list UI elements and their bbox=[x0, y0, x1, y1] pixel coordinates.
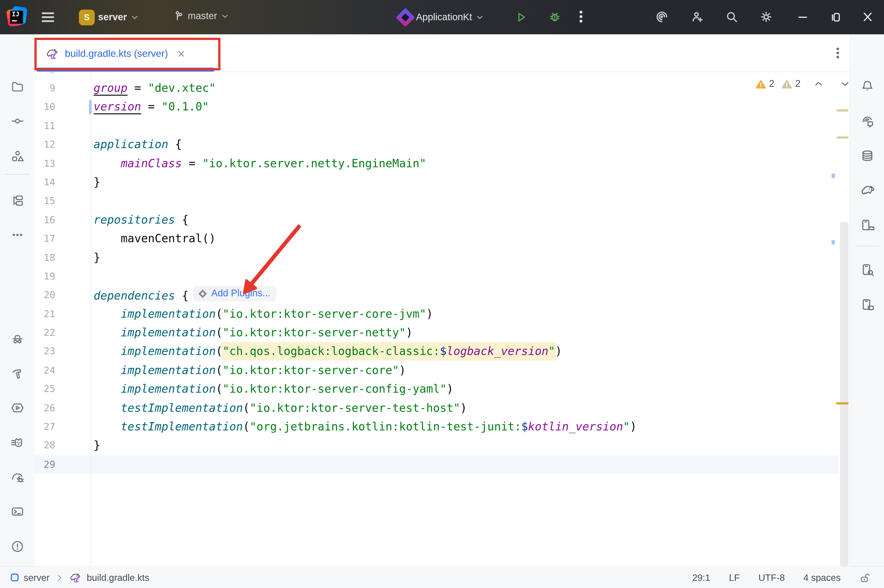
tool-window-hierarchy-button[interactable] bbox=[7, 190, 28, 211]
line-number[interactable]: 21 bbox=[34, 304, 55, 324]
unlocked-padlock-icon[interactable] bbox=[859, 572, 870, 583]
line-number[interactable]: 15 bbox=[34, 192, 55, 210]
line-number[interactable]: 28 bbox=[34, 436, 55, 455]
run-button[interactable] bbox=[515, 11, 528, 24]
more-actions-button[interactable] bbox=[580, 9, 582, 24]
add-user-button[interactable] bbox=[691, 10, 704, 24]
run-configuration-widget[interactable]: ApplicationKt bbox=[398, 10, 485, 25]
device-explorer-button[interactable] bbox=[857, 259, 878, 280]
code-editor[interactable]: 89group = "dev.xtec"10version = "0.1.0"1… bbox=[34, 72, 838, 566]
inspections-widget[interactable]: 2 2 bbox=[756, 78, 851, 90]
code-line-26[interactable]: 26 testImplementation("io.ktor:ktor-serv… bbox=[34, 399, 838, 417]
line-number[interactable]: 19 bbox=[34, 267, 55, 286]
indent-widget[interactable]: 4 spaces bbox=[803, 572, 841, 583]
code-line-28[interactable]: 28} bbox=[34, 436, 838, 455]
tool-window-terminal-button[interactable] bbox=[7, 501, 28, 522]
code-line-22[interactable]: 22 implementation("io.ktor:ktor-server-n… bbox=[34, 324, 838, 342]
code-line-12[interactable]: 12application { bbox=[34, 135, 838, 154]
code-text: } bbox=[94, 248, 101, 267]
tool-window-services-button[interactable] bbox=[7, 398, 28, 418]
notifications-button[interactable] bbox=[857, 76, 878, 97]
code-line-19[interactable]: 19 bbox=[34, 267, 838, 286]
left-tool-window-bar bbox=[0, 34, 35, 566]
maximize-button[interactable] bbox=[829, 10, 842, 24]
line-number[interactable]: 27 bbox=[34, 417, 55, 436]
code-line-23[interactable]: 23 implementation("ch.qos.logback:logbac… bbox=[34, 342, 838, 361]
code-line-27[interactable]: 27 testImplementation("org.jetbrains.kot… bbox=[34, 417, 838, 436]
code-line-10[interactable]: 10version = "0.1.0" bbox=[34, 98, 838, 117]
gradle-tool-button[interactable] bbox=[857, 180, 878, 201]
running-devices-button[interactable] bbox=[857, 294, 878, 315]
git-branch-widget[interactable]: master bbox=[173, 10, 229, 22]
settings-button[interactable] bbox=[759, 10, 773, 24]
line-number[interactable]: 9 bbox=[34, 79, 55, 98]
device-manager-button[interactable] bbox=[857, 214, 878, 236]
main-menu-button[interactable] bbox=[42, 10, 54, 24]
editor-scrollbar-stripe[interactable] bbox=[839, 72, 850, 566]
code-line-16[interactable]: 16repositories { bbox=[34, 210, 838, 230]
line-number[interactable]: 13 bbox=[34, 154, 55, 173]
code-line-17[interactable]: 17 mavenCentral() bbox=[34, 230, 838, 248]
line-number[interactable]: 10 bbox=[34, 98, 55, 117]
breadcrumb-module[interactable]: server bbox=[24, 572, 50, 583]
line-number[interactable]: 18 bbox=[34, 248, 55, 267]
tool-window-problems-button[interactable] bbox=[7, 536, 28, 557]
code-line-20[interactable]: 20dependencies {Add Plugins... bbox=[34, 286, 838, 304]
warnings-group[interactable]: 2 bbox=[756, 78, 774, 90]
line-number[interactable]: 16 bbox=[34, 210, 55, 230]
line-number[interactable]: 8 bbox=[34, 72, 55, 79]
tab-options-button[interactable] bbox=[828, 43, 848, 63]
line-number[interactable]: 22 bbox=[34, 324, 55, 342]
close-button[interactable] bbox=[861, 10, 875, 24]
debug-bug-icon bbox=[548, 10, 561, 24]
weak-warnings-group[interactable]: 2 bbox=[782, 78, 800, 90]
add-plugins-inlay-hint[interactable]: Add Plugins... bbox=[193, 286, 276, 302]
ai-assistant-tool-button[interactable] bbox=[857, 111, 878, 132]
code-line-25[interactable]: 25 implementation("io.ktor:ktor-server-c… bbox=[34, 380, 838, 399]
code-line-18[interactable]: 18} bbox=[34, 248, 838, 267]
code-line-29[interactable]: 29 bbox=[34, 455, 838, 474]
line-number[interactable]: 11 bbox=[34, 116, 55, 135]
tool-window-project-button[interactable] bbox=[7, 76, 28, 97]
minimize-button[interactable] bbox=[796, 10, 810, 24]
tool-window-incognito-button[interactable] bbox=[7, 328, 28, 350]
caret-position-widget[interactable]: 29:1 bbox=[692, 572, 710, 583]
encoding-widget[interactable]: UTF-8 bbox=[758, 572, 785, 583]
tool-window-commit-button[interactable] bbox=[7, 111, 28, 132]
ai-assistant-button[interactable] bbox=[655, 10, 669, 24]
line-number[interactable]: 17 bbox=[34, 230, 55, 248]
debug-button[interactable] bbox=[548, 10, 561, 24]
line-number[interactable]: 26 bbox=[34, 399, 55, 417]
code-line-9[interactable]: 9group = "dev.xtec" bbox=[34, 79, 838, 98]
line-number[interactable]: 14 bbox=[34, 173, 55, 192]
previous-highlight-button[interactable] bbox=[812, 78, 825, 90]
code-line-8[interactable]: 8 bbox=[34, 72, 838, 79]
code-line-15[interactable]: 15 bbox=[34, 192, 838, 210]
code-line-14[interactable]: 14} bbox=[34, 173, 838, 192]
line-number[interactable]: 12 bbox=[34, 135, 55, 154]
more-tool-windows-button[interactable] bbox=[7, 224, 28, 245]
breadcrumb-file[interactable]: build.gradle.kts bbox=[87, 572, 149, 583]
scrollbar-thumb[interactable] bbox=[840, 222, 849, 566]
tool-window-cat-button[interactable] bbox=[7, 432, 28, 453]
code-text: } bbox=[94, 173, 101, 192]
code-line-13[interactable]: 13 mainClass = "io.ktor.server.netty.Eng… bbox=[34, 154, 838, 173]
code-line-11[interactable]: 11 bbox=[34, 116, 838, 135]
code-line-21[interactable]: 21 implementation("io.ktor:ktor-server-c… bbox=[34, 304, 838, 324]
search-everywhere-button[interactable] bbox=[725, 10, 738, 24]
line-number[interactable]: 24 bbox=[34, 361, 55, 380]
code-line-24[interactable]: 24 implementation("io.ktor:ktor-server-c… bbox=[34, 361, 838, 380]
tool-window-profiler-button[interactable] bbox=[7, 467, 28, 488]
code-text: implementation("ch.qos.logback:logback-c… bbox=[94, 342, 562, 361]
line-number[interactable]: 20 bbox=[34, 286, 55, 304]
line-separator-widget[interactable]: LF bbox=[729, 572, 740, 583]
intellij-idea-logo-icon: IJ bbox=[6, 6, 28, 28]
line-number[interactable]: 25 bbox=[34, 380, 55, 399]
tool-window-structure-button[interactable] bbox=[7, 146, 28, 166]
line-number[interactable]: 29 bbox=[34, 455, 55, 474]
project-widget[interactable]: S server bbox=[79, 9, 139, 25]
database-tool-button[interactable] bbox=[857, 146, 878, 166]
line-number[interactable]: 23 bbox=[34, 342, 55, 361]
tool-window-build-button[interactable] bbox=[7, 363, 28, 384]
code-text: repositories { bbox=[94, 210, 189, 230]
